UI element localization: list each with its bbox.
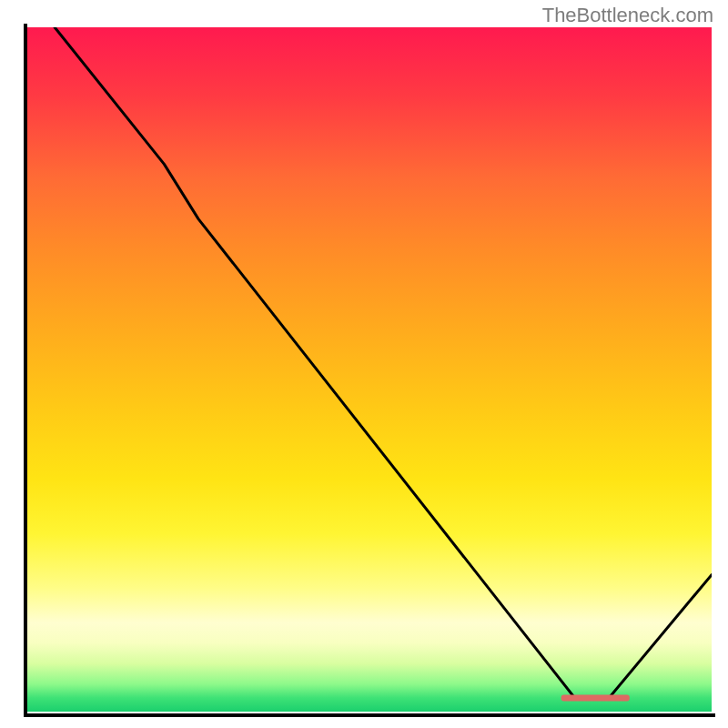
bottleneck-curve xyxy=(55,27,712,698)
plot-area xyxy=(27,27,712,712)
watermark-text: TheBottleneck.com xyxy=(542,4,713,27)
chart-svg xyxy=(27,27,712,712)
optimum-marker xyxy=(561,695,630,702)
x-axis xyxy=(24,713,715,717)
